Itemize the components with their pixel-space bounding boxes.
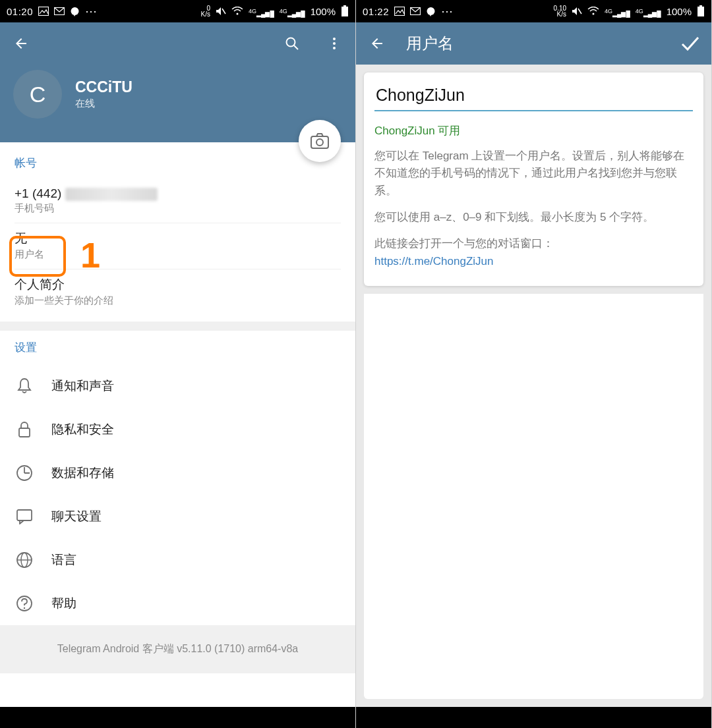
settings-item-label: 语言	[51, 551, 76, 569]
svg-point-11	[333, 38, 336, 40]
settings-item-label: 隐私和安全	[51, 421, 114, 438]
status-time: 01:22	[363, 6, 389, 17]
settings-item-label: 数据和存储	[51, 464, 114, 482]
svg-point-9	[287, 38, 295, 47]
back-button[interactable]	[8, 30, 34, 57]
settings-item-label: 聊天设置	[51, 508, 102, 525]
bio-row[interactable]: 个人简介 添加一些关于你的介绍	[15, 269, 341, 315]
right-screen: 01:22 0.10K/s 4G▂▄▆█ 4G▂▄▆█ 100%	[356, 0, 712, 728]
mail-icon	[410, 7, 421, 15]
more-notifs-icon	[441, 5, 453, 17]
signal-4g-icon: 4G▂▄▆█	[636, 6, 661, 16]
version-footer: Telegram Android 客户端 v5.11.0 (1710) arm6…	[0, 625, 355, 673]
bell-icon	[15, 376, 34, 396]
mute-icon	[216, 7, 226, 16]
search-button[interactable]	[279, 30, 305, 57]
profile-link[interactable]: https://t.me/ChongZiJun	[374, 255, 493, 267]
signal-4g-icon: 4G▂▄▆█	[249, 6, 274, 16]
svg-point-15	[316, 139, 323, 146]
svg-point-12	[333, 42, 336, 45]
svg-point-13	[333, 47, 336, 49]
username-card: ChongZiJun 可用 您可以在 Telegram 上设置一个用户名。设置后…	[364, 72, 703, 286]
svg-marker-4	[216, 7, 221, 15]
mute-icon	[572, 7, 582, 16]
battery-icon	[697, 5, 705, 17]
svg-line-5	[222, 9, 225, 14]
camera-fab[interactable]	[299, 120, 341, 162]
svg-rect-16	[19, 428, 30, 437]
svg-point-23	[24, 607, 25, 609]
phone-row[interactable]: +1 (442) 手机号码	[15, 180, 341, 223]
svg-point-30	[593, 13, 595, 15]
android-navbar	[0, 707, 355, 728]
username-row[interactable]: 无 用户名	[15, 223, 341, 269]
wifi-icon	[587, 7, 599, 16]
avatar[interactable]: C	[13, 70, 62, 119]
svg-rect-14	[311, 136, 328, 148]
settings-help[interactable]: 帮助	[0, 582, 355, 625]
svg-point-6	[237, 13, 239, 15]
settings-notifications[interactable]: 通知和声音	[0, 364, 355, 408]
confirm-button[interactable]	[677, 30, 703, 57]
mail-icon	[54, 7, 65, 15]
profile-header: C CCCiTU 在线	[0, 65, 355, 142]
bio-value: 个人简介	[15, 276, 341, 293]
chat-icon	[426, 7, 436, 16]
more-button[interactable]	[321, 30, 347, 57]
battery-percent: 100%	[667, 6, 692, 17]
phone-label: 手机号码	[15, 202, 341, 215]
globe-icon	[15, 550, 34, 570]
wifi-icon	[231, 7, 243, 16]
svg-marker-3	[73, 14, 76, 16]
status-time: 01:20	[7, 6, 33, 17]
appbar	[0, 22, 355, 65]
profile-status: 在线	[75, 98, 133, 110]
android-navbar	[356, 707, 711, 728]
picture-icon	[38, 7, 49, 16]
battery-percent: 100%	[311, 6, 336, 17]
battery-icon	[341, 5, 349, 17]
username-label: 用户名	[15, 248, 341, 261]
settings-item-label: 帮助	[51, 595, 76, 612]
svg-line-10	[294, 45, 298, 49]
settings-section: 设置 通知和声音 隐私和安全 数据和存储 聊天设置	[0, 331, 355, 625]
lock-icon	[15, 420, 34, 439]
availability-text: ChongZiJun 可用	[374, 123, 693, 138]
signal-4g-icon: 4G▂▄▆█	[280, 6, 305, 16]
chat-icon	[70, 7, 80, 16]
signal-4g-icon: 4G▂▄▆█	[605, 6, 630, 16]
network-speed: 0K/s	[201, 5, 210, 17]
settings-chat[interactable]: 聊天设置	[0, 495, 355, 538]
appbar-title: 用户名	[406, 33, 661, 54]
left-screen: 01:20 0K/s 4G▂▄▆█ 4G▂▄▆█ 100%	[0, 0, 356, 728]
username-value: 无	[15, 230, 341, 247]
more-notifs-icon	[85, 5, 97, 17]
svg-rect-31	[697, 7, 704, 16]
account-section-title: 帐号	[15, 155, 341, 171]
settings-privacy[interactable]: 隐私和安全	[0, 408, 355, 451]
svg-rect-32	[699, 5, 702, 7]
svg-rect-7	[341, 7, 348, 16]
back-button[interactable]	[364, 30, 390, 57]
phone-value: +1 (442)	[15, 186, 341, 201]
redacted-phone	[65, 188, 158, 201]
chat-settings-icon	[15, 507, 34, 526]
svg-line-29	[578, 9, 581, 14]
bio-label: 添加一些关于你的介绍	[15, 294, 341, 307]
picture-icon	[394, 7, 405, 16]
username-input[interactable]	[374, 82, 693, 111]
svg-marker-28	[572, 7, 577, 15]
data-icon	[15, 463, 34, 483]
status-bar: 01:20 0K/s 4G▂▄▆█ 4G▂▄▆█ 100%	[0, 0, 355, 22]
settings-data[interactable]: 数据和存储	[0, 451, 355, 495]
settings-section-title: 设置	[0, 340, 355, 355]
description-text: 您可以在 Telegram 上设置一个用户名。设置后，别人将能够在不知道您的手机…	[374, 148, 693, 270]
settings-language[interactable]: 语言	[0, 538, 355, 582]
svg-marker-27	[429, 14, 432, 16]
status-bar: 01:22 0.10K/s 4G▂▄▆█ 4G▂▄▆█ 100%	[356, 0, 711, 22]
settings-item-label: 通知和声音	[51, 378, 114, 395]
profile-name: CCCiTU	[75, 78, 133, 96]
section-gap	[0, 322, 355, 331]
network-speed: 0.10K/s	[554, 5, 566, 17]
svg-rect-8	[343, 5, 346, 7]
